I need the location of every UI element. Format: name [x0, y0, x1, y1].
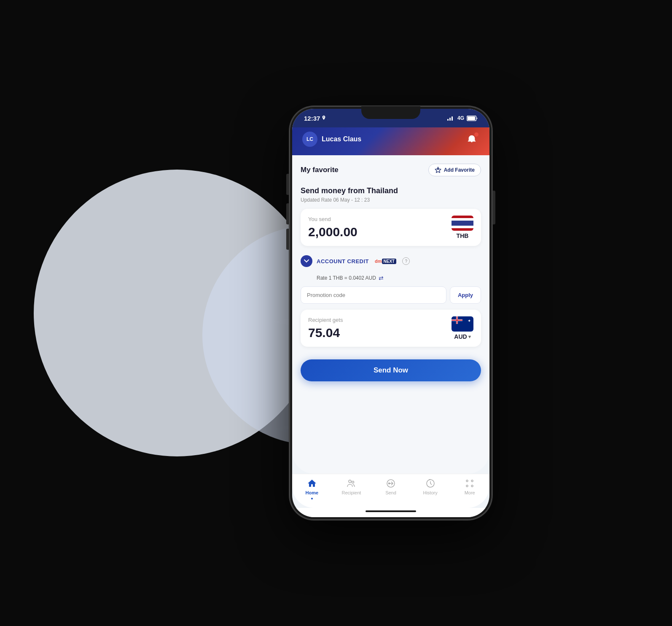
info-icon[interactable]: ? — [402, 257, 410, 265]
notification-dot — [474, 132, 478, 137]
you-send-label: You send — [308, 216, 358, 222]
svg-point-15 — [466, 485, 468, 487]
status-time: 12:37 — [304, 115, 326, 122]
rate-text: Rate 1 THB = 0.0402 AUD ⇄ — [317, 275, 481, 281]
aud-chevron: ▾ — [468, 334, 471, 340]
svg-rect-1 — [449, 118, 451, 121]
network-type: 4G — [457, 115, 464, 121]
send-icon — [386, 478, 396, 488]
send-money-title: Send money from Thailand — [301, 186, 481, 195]
more-icon — [465, 478, 475, 488]
chevron-down-icon — [304, 259, 309, 263]
you-send-row: You send 2,000.00 — [308, 216, 473, 239]
thailand-flag — [452, 216, 473, 231]
signal-icon — [447, 116, 455, 121]
svg-rect-0 — [447, 119, 449, 121]
recipient-gets-row: Recipient gets 75.04 ✦ — [308, 316, 473, 340]
aud-label: AUD ▾ — [454, 333, 470, 340]
recipient-left: Recipient gets 75.04 — [308, 317, 343, 340]
account-credit-row: ACCOUNT CREDIT dm NEXT ? — [301, 252, 481, 270]
user-section: LC Lucas Claus — [302, 132, 361, 147]
my-favorite-title: My favorite — [301, 166, 339, 174]
recipient-amount: 75.04 — [308, 326, 343, 340]
svg-rect-4 — [468, 116, 475, 120]
nav-label-more: More — [465, 490, 475, 495]
svg-point-14 — [471, 480, 473, 482]
promotion-code-input[interactable] — [301, 286, 446, 304]
apply-button[interactable]: Apply — [450, 286, 481, 304]
history-icon — [425, 478, 435, 488]
notch — [361, 106, 420, 119]
star-plus-icon — [435, 167, 441, 173]
notification-bell[interactable] — [464, 132, 479, 147]
aud-currency[interactable]: ✦ AUD ▾ — [452, 316, 473, 340]
thb-label: THB — [457, 232, 469, 239]
user-avatar: LC — [302, 132, 317, 147]
nav-item-recipient[interactable]: Recipient — [339, 478, 364, 499]
chevron-down-circle[interactable] — [301, 255, 312, 267]
recipient-gets-label: Recipient gets — [308, 317, 343, 323]
nav-label-send: Send — [385, 490, 396, 495]
svg-rect-11 — [388, 483, 390, 484]
svg-rect-2 — [452, 116, 453, 121]
battery-icon — [467, 116, 478, 121]
svg-point-13 — [466, 480, 468, 482]
svg-point-9 — [352, 481, 354, 483]
bottom-nav: Home Recipient — [292, 474, 489, 508]
you-send-card: You send 2,000.00 — [301, 209, 481, 246]
dmnext-logo: dm NEXT — [375, 259, 396, 264]
my-favorite-section: My favorite Add Favorite — [301, 164, 481, 176]
add-favorite-label: Add Favorite — [444, 167, 475, 173]
send-now-button[interactable]: Send Now — [301, 359, 481, 381]
svg-point-8 — [349, 480, 351, 483]
phone-mockup: 12:37 4G — [290, 106, 492, 520]
nav-item-history[interactable]: History — [418, 478, 443, 499]
swap-icon[interactable]: ⇄ — [379, 275, 384, 281]
nav-item-send[interactable]: Send — [378, 478, 403, 499]
recipient-gets-card: Recipient gets 75.04 ✦ — [301, 310, 481, 347]
australia-flag: ✦ — [452, 316, 473, 332]
add-favorite-button[interactable]: Add Favorite — [428, 164, 481, 176]
status-icons: 4G — [447, 115, 478, 121]
you-send-left: You send 2,000.00 — [308, 216, 358, 239]
home-indicator-container — [292, 508, 489, 517]
promo-row: Apply — [301, 286, 481, 304]
nav-item-more[interactable]: More — [457, 478, 482, 499]
main-content: My favorite Add Favorite Send money from… — [292, 155, 489, 474]
you-send-amount: 2,000.00 — [308, 225, 358, 239]
thb-currency[interactable]: THB — [452, 216, 473, 239]
app-header: LC Lucas Claus — [292, 127, 489, 155]
nav-item-home[interactable]: Home — [299, 478, 325, 499]
phone-frame: 12:37 4G — [290, 106, 492, 520]
phone-screen: 12:37 4G — [292, 109, 489, 517]
nav-active-dot — [311, 498, 313, 499]
location-icon — [322, 116, 326, 121]
updated-rate: Updated Rate 06 May - 12 : 23 — [301, 197, 481, 203]
home-indicator — [366, 510, 416, 512]
nav-label-home: Home — [306, 490, 319, 495]
send-money-section: Send money from Thailand Updated Rate 06… — [301, 186, 481, 388]
account-credit-label: ACCOUNT CREDIT — [317, 258, 369, 264]
nav-label-recipient: Recipient — [341, 490, 361, 495]
nav-label-history: History — [423, 490, 437, 495]
home-icon — [307, 478, 317, 488]
recipient-icon — [346, 478, 356, 488]
user-name: Lucas Claus — [322, 135, 361, 143]
svg-point-16 — [471, 485, 473, 487]
